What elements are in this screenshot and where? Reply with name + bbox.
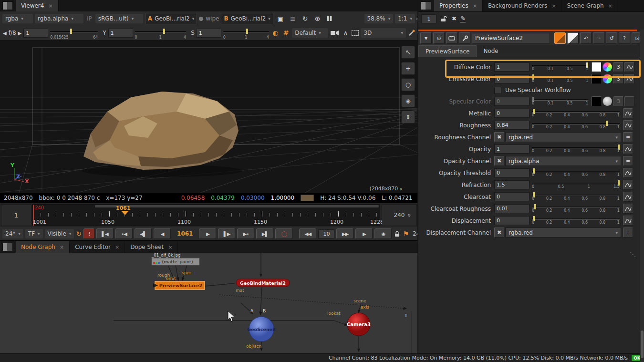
animation-curve-button[interactable]	[623, 108, 633, 118]
roi-icon[interactable]	[352, 30, 359, 36]
close-icon[interactable]: ×	[48, 3, 52, 9]
specular-color-swatch[interactable]	[592, 96, 602, 106]
close-icon[interactable]: ×	[473, 3, 477, 9]
playhead-marker[interactable]	[121, 211, 129, 215]
alpha-select[interactable]: rgba.alpha▾	[35, 14, 83, 23]
fstop-label[interactable]: f/8	[9, 30, 16, 36]
grid-overlay-icon[interactable]: #	[282, 29, 290, 37]
wipe-knob-icon[interactable]	[199, 17, 203, 21]
zoom-level-select[interactable]: 58.8%▾	[364, 14, 394, 23]
metallic-input[interactable]	[494, 109, 530, 118]
roughness-input[interactable]	[494, 121, 530, 130]
close-icon[interactable]: ×	[608, 3, 613, 9]
close-icon[interactable]: ×	[115, 244, 119, 250]
layer-select[interactable]: rgba▾	[2, 14, 33, 23]
metallic-slider[interactable]: 00.20.40.60.81	[532, 108, 620, 119]
animation-curve-button[interactable]	[623, 120, 633, 130]
channel-count-button[interactable]: 3	[613, 74, 623, 84]
wrench-icon[interactable]	[459, 32, 470, 44]
clearcoat-input[interactable]	[494, 192, 530, 201]
timeline-options-chevron-icon[interactable]: »	[406, 214, 413, 217]
views-select[interactable]: Visible▾	[45, 229, 74, 238]
frame-increment-input[interactable]	[318, 229, 334, 238]
expression-button[interactable]: =	[623, 132, 633, 142]
clearcoat-slider[interactable]: 00.20.40.60.81	[532, 191, 620, 202]
capture-button[interactable]: ◉	[374, 228, 392, 239]
displacement-channel-select[interactable]: rgba.red▾	[505, 228, 621, 238]
timeline-ruler[interactable]: 240 1061 1001 1050 1100 1150 1200 1228	[32, 204, 380, 226]
monitor-icon[interactable]	[446, 32, 457, 44]
input-a-select[interactable]: A GeoBi...rial2 ▾	[145, 13, 197, 24]
animation-curve-button[interactable]	[623, 180, 633, 190]
playback-cache-icon[interactable]: ◯	[275, 228, 292, 239]
dimension-select[interactable]: 3D▾	[361, 28, 406, 38]
emissive-color-slider[interactable]: 00.10.51	[532, 73, 588, 84]
fstop-increase-icon[interactable]: ▶	[18, 31, 22, 36]
gamma-slider[interactable]: 014	[135, 27, 187, 39]
pane-layout-icon[interactable]	[421, 1, 431, 10]
gain-input[interactable]	[23, 29, 48, 38]
redo-icon[interactable]: ↷	[593, 32, 604, 44]
tab-curve-editor[interactable]: Curve Editor×	[70, 241, 125, 253]
animation-curve-button[interactable]	[623, 144, 633, 154]
color-wheel-icon[interactable]	[602, 96, 613, 106]
gain-slider[interactable]: 0.01562564	[50, 27, 98, 39]
animation-curve-button[interactable]	[624, 74, 634, 84]
clearcoat-roughness-input[interactable]	[494, 204, 530, 213]
node-preview-surface[interactable]: PreviewSurface2	[153, 281, 205, 290]
swap-ab-icon[interactable]: ▣	[275, 15, 286, 22]
tab-node-graph[interactable]: Node Graph×	[16, 241, 70, 253]
pane-layout-icon[interactable]	[2, 1, 13, 10]
opacity-threshold-input[interactable]	[494, 168, 530, 177]
flipbook-button[interactable]: ▶	[355, 228, 373, 239]
diffuse-color-slider[interactable]: 00.10.51	[532, 62, 588, 72]
increment-frame-button[interactable]: ▶▶	[336, 228, 353, 239]
animation-curve-button[interactable]	[623, 204, 633, 214]
diffuse-color-swatch[interactable]	[592, 62, 602, 72]
frame-range-alert-button[interactable]: !	[83, 228, 94, 239]
animation-curve-button[interactable]	[623, 192, 633, 202]
goto-start-button[interactable]: ▌◀	[96, 228, 114, 239]
channel-count-button[interactable]: 3	[613, 62, 623, 72]
max-panels-input[interactable]	[421, 14, 436, 23]
displacement-slider[interactable]: 00.20.40.60.81	[532, 215, 620, 226]
panel-resize-grip[interactable]: ⋱	[630, 251, 636, 258]
current-frame-display[interactable]: 1061	[173, 230, 197, 237]
tab-scene-graph[interactable]: Scene Graph×	[561, 0, 618, 11]
expression-button[interactable]: =	[623, 228, 633, 238]
saturation-slider[interactable]: 014	[223, 27, 269, 39]
input-b-select[interactable]: B GeoBi...rial2 ▾	[221, 13, 273, 24]
edit-icon[interactable]: ✎	[460, 15, 466, 22]
animation-curve-button[interactable]	[624, 62, 634, 72]
gl-color-swatch[interactable]	[567, 32, 579, 44]
specular-color-slider[interactable]: 00.10.51	[532, 96, 588, 107]
node-matte-paint[interactable]: (matte_paint)	[152, 258, 199, 265]
goto-end-button[interactable]: ▶▌	[256, 228, 273, 239]
roughness-slider[interactable]: 00.20.40.60.81	[532, 120, 620, 131]
playback-loop-icon[interactable]: ↻	[76, 230, 82, 238]
undo-icon[interactable]: ↶	[580, 32, 592, 44]
fstop-decrease-icon[interactable]: ◀	[3, 31, 7, 36]
timeline-start-field[interactable]: 1	[1, 204, 31, 226]
node-graph-canvas[interactable]: _01_dif_8k.jpg (matte_paint) rough spec …	[0, 253, 417, 353]
wipe-control[interactable]: wipe	[199, 15, 219, 22]
rotate-tool-icon[interactable]: ○	[401, 78, 415, 91]
saturation-input[interactable]	[197, 29, 221, 38]
roughness-channel-select[interactable]: rgba.red▾	[505, 132, 621, 142]
rock-3d-model[interactable]	[82, 92, 242, 177]
timeline-pan-grip[interactable]	[95, 205, 379, 207]
clear-channel-button[interactable]: ✖	[494, 132, 504, 142]
next-keyframe-button[interactable]: ▶∙	[237, 228, 254, 239]
previous-keyframe-button[interactable]: ∙◀	[115, 228, 133, 239]
clear-channel-button[interactable]: ✖	[494, 228, 504, 238]
channel-count-button[interactable]: 3	[613, 96, 623, 106]
decrement-frame-button[interactable]: ◀◀	[299, 228, 316, 239]
specular-color-input[interactable]	[494, 97, 530, 106]
animation-curve-button[interactable]	[623, 216, 633, 226]
clearcoat-roughness-slider[interactable]: 00.20.40.60.81	[532, 203, 620, 214]
emissive-color-swatch[interactable]	[592, 74, 602, 84]
fps-select[interactable]: 24*▾	[2, 229, 23, 238]
format-resolution-overlay[interactable]: (2048x870 »	[369, 186, 402, 192]
revert-icon[interactable]: ↺	[606, 32, 617, 44]
use-specular-workflow-checkbox[interactable]	[494, 87, 501, 94]
